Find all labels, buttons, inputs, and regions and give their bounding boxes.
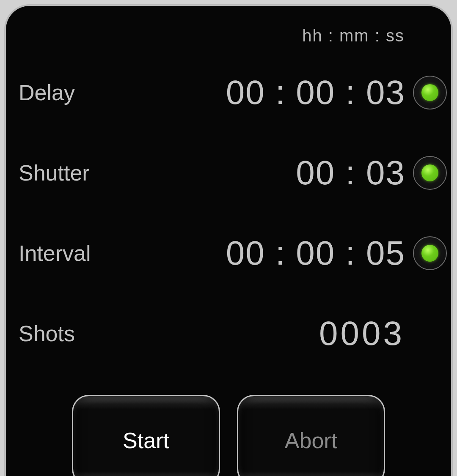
button-row: Start Abort <box>6 395 451 476</box>
start-button[interactable]: Start <box>72 395 220 476</box>
interval-indicator[interactable] <box>413 236 447 270</box>
interval-value[interactable]: 00 : 00 : 05 <box>226 234 405 273</box>
shutter-value[interactable]: 00 : 03 <box>296 153 405 192</box>
shots-value[interactable]: 0003 <box>319 314 447 353</box>
delay-row: Delay 00 : 00 : 03 <box>6 52 451 133</box>
led-icon <box>421 245 438 262</box>
abort-button[interactable]: Abort <box>237 395 385 476</box>
shutter-label: Shutter <box>6 160 133 186</box>
delay-indicator[interactable] <box>413 76 447 109</box>
units-label: hh : mm : ss <box>133 26 451 45</box>
delay-label: Delay <box>6 80 133 105</box>
delay-value[interactable]: 00 : 00 : 03 <box>226 73 405 112</box>
led-icon <box>421 164 438 181</box>
interval-label: Interval <box>6 241 133 266</box>
interval-row: Interval 00 : 00 : 05 <box>6 213 451 293</box>
intervalometer-panel: hh : mm : ss Delay 00 : 00 : 03 Shutter … <box>4 4 453 476</box>
shutter-row: Shutter 00 : 03 <box>6 133 451 213</box>
shots-label: Shots <box>6 321 133 346</box>
shots-row: Shots 0003 <box>6 293 451 374</box>
units-header-row: hh : mm : ss <box>6 19 451 52</box>
shutter-indicator[interactable] <box>413 156 447 190</box>
led-icon <box>421 84 438 101</box>
